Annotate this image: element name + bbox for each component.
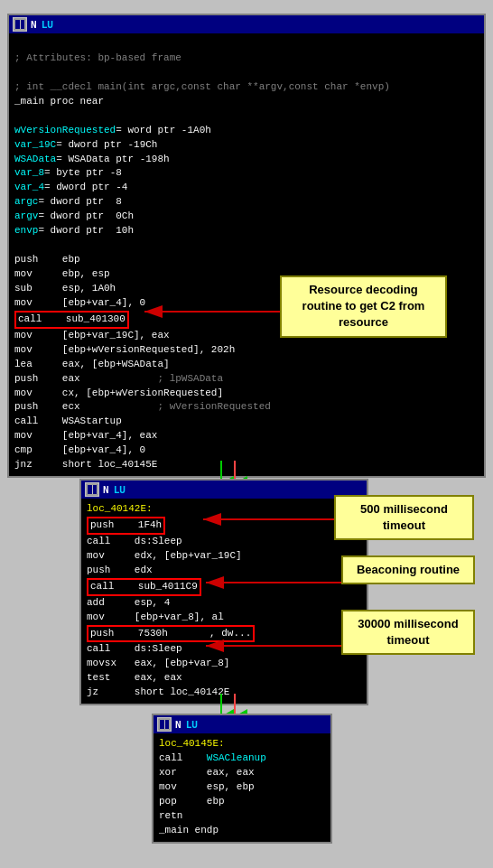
code-line: call ds:Sleep: [87, 535, 361, 549]
code-line: mov [ebp+wVersionRequested], 202h: [14, 343, 479, 358]
code-line: push edx: [87, 564, 361, 578]
annotation-timeout-500: 500 millisecond timeout: [334, 495, 474, 540]
code-line: var_4= dword ptr -4: [14, 181, 479, 195]
code-line: xor eax, eax: [159, 766, 325, 780]
code-line: cmp [ebp+var_4], 0: [14, 443, 479, 458]
code-line: var_19C= dword ptr -19Ch: [14, 138, 479, 153]
code-line: argv= dword ptr 0Ch: [14, 210, 479, 224]
code-line: lea eax, [ebp+WSAData]: [14, 358, 479, 372]
push-7530h-highlight: push 7530h , dw...: [87, 625, 255, 643]
push-1f4h-highlight: push 1F4h: [87, 517, 165, 535]
code-line: mov edx, [ebp+var_19C]: [87, 549, 361, 564]
annotation-beaconing: Beaconing routine: [341, 555, 475, 584]
code-line: mov [ebp+var_8], al: [87, 611, 361, 625]
code-line: mov cx, [ebp+wVersionRequested]: [14, 387, 479, 401]
ida-icon-1: [13, 17, 27, 32]
code-line: mov esp, ebp: [159, 780, 325, 795]
svg-rect-2: [21, 20, 24, 29]
code-line: call WSAStartup: [14, 415, 479, 429]
titlebar-text-1: N: [31, 19, 38, 31]
ida-window-2: N LU loc_40142E: push 1F4h call ds:Sleep…: [79, 479, 368, 705]
svg-rect-10: [93, 485, 97, 494]
ida-icon-2: [85, 482, 99, 497]
code-content-2: loc_40142E: push 1F4h call ds:Sleep mov …: [81, 499, 367, 704]
ida-window-3: N LU loc_40145E: call WSACleanup xor eax…: [152, 714, 332, 844]
annotation-resource-decode: Resource decoding routine to get C2 from…: [280, 275, 447, 338]
code-line: loc_40142E:: [87, 502, 361, 517]
code-line: ; Attributes: bp-based frame: [14, 51, 479, 66]
svg-rect-1: [15, 20, 20, 29]
titlebar-text-2: N: [103, 484, 110, 496]
code-line: movsx eax, [ebp+var_8]: [87, 657, 361, 671]
titlebar-lu-1: LU: [42, 19, 53, 31]
titlebar-2: N LU: [81, 481, 367, 499]
code-line: push ecx ; wVersionRequested: [14, 400, 479, 415]
code-line: add esp, 4: [87, 596, 361, 611]
code-line: [14, 109, 479, 124]
titlebar-text-3: N: [175, 719, 182, 731]
code-line: push ebp: [14, 253, 479, 267]
code-line: [14, 37, 479, 51]
ida-icon-3: [157, 717, 172, 732]
code-line: WSAData= WSAData ptr -198h: [14, 153, 479, 167]
titlebar-3: N LU: [153, 715, 330, 733]
call-highlight-1: call sub_401300: [14, 311, 129, 329]
code-line: jnz short loc_40145E: [14, 458, 479, 472]
call-4011c9-highlight: call sub_4011C9: [87, 578, 201, 596]
ida-window-1: N LU ; Attributes: bp-based frame ; int …: [7, 14, 486, 478]
code-line: loc_40145E:: [159, 737, 325, 751]
code-line: var_8= byte ptr -8: [14, 166, 479, 181]
titlebar-lu-3: LU: [186, 719, 198, 731]
svg-rect-22: [165, 720, 169, 729]
code-line: pop ebp: [159, 795, 325, 809]
code-line: call WSACleanup: [159, 751, 325, 766]
code-content-3: loc_40145E: call WSACleanup xor eax, eax…: [153, 733, 330, 842]
code-line: mov [ebp+var_4], eax: [14, 429, 479, 443]
code-line: envp= dword ptr 10h: [14, 224, 479, 238]
code-line: push eax ; lpWSAData: [14, 372, 479, 387]
svg-rect-21: [160, 720, 164, 729]
titlebar-lu-2: LU: [114, 484, 126, 496]
code-line: test eax, eax: [87, 671, 361, 686]
code-line: ; int __cdecl main(int argc,const char *…: [14, 80, 479, 95]
code-line: jz short loc_40142E: [87, 686, 361, 700]
code-line: wVersionRequested= word ptr -1A0h: [14, 124, 479, 138]
code-content-1: ; Attributes: bp-based frame ; int __cde…: [9, 33, 484, 476]
code-line: _main endp: [159, 824, 325, 838]
svg-rect-9: [88, 485, 92, 494]
titlebar-1: N LU: [9, 15, 484, 33]
code-line: call ds:Sleep: [87, 642, 361, 657]
code-line: [14, 238, 479, 253]
code-line: _main proc near: [14, 95, 479, 109]
code-line: retn: [159, 809, 325, 824]
code-line: argc= dword ptr 8: [14, 195, 479, 210]
annotation-timeout-30000: 30000 millisecond timeout: [341, 610, 475, 655]
code-line: [14, 66, 479, 80]
